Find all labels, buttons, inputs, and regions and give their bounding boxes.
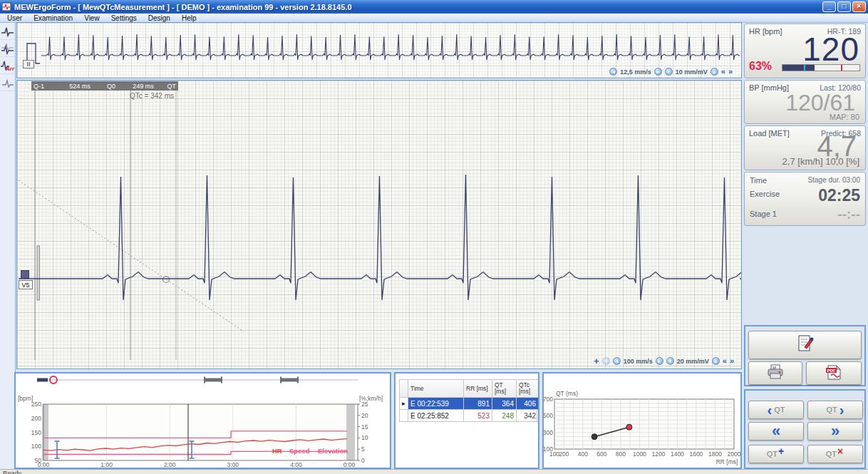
bp-value: 120/61 <box>785 91 855 114</box>
menu-item-view[interactable]: View <box>78 14 105 22</box>
add-marker-icon[interactable]: + <box>594 356 599 366</box>
pan-tool-icon[interactable]: ▼ <box>602 357 610 365</box>
chevron-right-icon: › <box>839 403 844 417</box>
svg-text:100: 100 <box>549 450 559 458</box>
beat-compare-icon[interactable] <box>0 40 15 57</box>
tool-icon[interactable] <box>0 74 15 91</box>
menu-item-user[interactable]: User <box>1 14 28 22</box>
svg-text:1600: 1600 <box>689 450 703 458</box>
beat-template-icon[interactable] <box>0 23 15 40</box>
menu-item-help[interactable]: Help <box>176 14 202 22</box>
svg-text:400: 400 <box>578 450 588 458</box>
time-title: Time <box>750 176 767 185</box>
speed-increase-button[interactable]: ► <box>656 357 663 365</box>
stage-duration: Stage dur. 03:00 <box>808 176 860 184</box>
bp-title: BP [mmHg] <box>749 83 789 92</box>
minimize-button[interactable]: _ <box>822 1 836 12</box>
page-left-icon[interactable]: « <box>723 357 727 365</box>
svg-text:0:00: 0:00 <box>38 461 50 468</box>
exercise-label: Exercise <box>750 190 780 198</box>
status-bar: Ready <box>0 469 868 474</box>
svg-text:0:00: 0:00 <box>343 461 356 468</box>
close-button[interactable]: × <box>852 1 866 12</box>
svg-text:300: 300 <box>544 429 553 436</box>
svg-text:[%;km/h]: [%;km/h] <box>359 395 383 402</box>
printer-icon: M <box>766 364 785 383</box>
edit-report-button[interactable] <box>748 331 862 359</box>
q1-label: Q-1 <box>31 83 53 90</box>
window-title: MEWErgoForm - [ MewQTcMeasurement ] - [ … <box>14 3 352 11</box>
trend-panel: 250200150100502520151050[bpm][%;km/h]0:0… <box>14 372 391 469</box>
menu-item-settings[interactable]: Settings <box>105 14 143 22</box>
load-title: Load [MET] <box>749 129 790 138</box>
rhythm-speed-label: 12,5 mm/s <box>620 68 651 76</box>
svg-text:[bpm]: [bpm] <box>18 395 33 402</box>
svg-text:1200: 1200 <box>651 450 665 458</box>
load-detail: 2,7 [km/h] 10,0 [%] <box>782 156 859 167</box>
stage-time: --:-- <box>837 207 860 222</box>
svg-text:200: 200 <box>31 415 41 422</box>
svg-text:1:00: 1:00 <box>100 461 113 468</box>
hr-panel: HR [bpm] HR-T: 189 120 63% <box>744 24 866 78</box>
double-chevron-right-icon: » <box>831 423 839 439</box>
left-toolbar: Arr <box>0 23 16 469</box>
hr-progress-bar <box>782 64 860 71</box>
gain-decrease-button[interactable]: ▼ <box>666 357 674 365</box>
scroll-right-icon[interactable]: » <box>728 68 733 76</box>
speed-decrease-button[interactable]: ◄ <box>609 68 617 76</box>
prev-qt-button[interactable]: ‹QT <box>748 401 804 419</box>
scroll-left-icon[interactable]: « <box>721 68 725 76</box>
title-bar: MEWErgoForm - [ MewQTcMeasurement ] - [ … <box>0 0 868 14</box>
export-pdf-button[interactable]: PDF <box>806 361 862 385</box>
qt-measure-header: Q-1 524 ms Q0 249 ms QT <box>31 81 178 91</box>
trend-chart[interactable]: 250200150100502520151050[bpm][%;km/h]0:0… <box>16 373 390 468</box>
qt-table-row[interactable]: E 02:25:852523248342 <box>399 410 537 422</box>
svg-text:Arr: Arr <box>5 66 15 72</box>
qt-table[interactable]: TimeRR [ms]QT [ms]QTc [ms]►E 00:22:53989… <box>399 379 537 422</box>
chevron-left-icon: ‹ <box>768 403 773 417</box>
page-right-icon[interactable]: » <box>730 357 734 365</box>
restore-button[interactable]: □ <box>837 1 851 12</box>
delete-qt-button[interactable]: QT× <box>807 445 863 463</box>
gain-increase-button[interactable]: ▲ <box>712 357 720 365</box>
qt-text: QT <box>826 450 837 458</box>
menu-item-examination[interactable]: Examination <box>28 14 78 22</box>
qt-label: QT <box>161 83 178 90</box>
speed-increase-button[interactable]: ► <box>654 68 662 76</box>
fast-next-button[interactable]: » <box>807 422 863 440</box>
print-button[interactable]: M <box>748 361 802 385</box>
svg-text:3:00: 3:00 <box>227 461 239 468</box>
svg-text:RR [ms]: RR [ms] <box>716 458 738 465</box>
main-lead-label: V5 <box>19 280 33 289</box>
qt-table-row[interactable]: ►E 00:22:539891364406 <box>399 398 537 410</box>
svg-text:0: 0 <box>361 457 365 464</box>
svg-text:800: 800 <box>616 450 626 458</box>
next-qt-button[interactable]: QT› <box>807 401 863 419</box>
fast-prev-button[interactable]: « <box>748 422 804 440</box>
add-qt-button[interactable]: QT+ <box>748 445 804 463</box>
svg-text:500: 500 <box>544 412 553 419</box>
qt-table-panel: TimeRR [ms]QT [ms]QTc [ms]►E 00:22:53989… <box>394 372 539 469</box>
svg-text:20: 20 <box>361 412 368 419</box>
svg-text:4:00: 4:00 <box>290 461 302 468</box>
gain-decrease-button[interactable]: ▼ <box>665 68 673 76</box>
speed-decrease-button[interactable]: ◄ <box>613 357 621 365</box>
app-icon <box>2 2 11 11</box>
main-ecg-controls: + ▼ ◄ 100 mm/s ► ▼ 20 mm/mV ▲ « » <box>594 356 734 366</box>
rhythm-gain-label: 10 mm/mV <box>676 68 708 76</box>
svg-text:1000: 1000 <box>633 450 646 458</box>
qt-rr-chart: 1003005007001002004006008001000120014001… <box>544 373 740 468</box>
delete-x-icon: × <box>837 446 843 456</box>
gain-increase-button[interactable]: ▲ <box>711 68 718 76</box>
hr-percent: 63% <box>749 60 772 73</box>
menu-item-design[interactable]: Design <box>143 14 176 22</box>
svg-text:1400: 1400 <box>671 450 684 458</box>
arrhythmia-icon[interactable]: Arr <box>0 57 15 74</box>
qt-text: QT <box>827 406 837 414</box>
lead-color-swatch <box>21 270 29 279</box>
q0-label: Q0 <box>107 83 125 90</box>
bp-map: MAP: 80 <box>830 113 859 121</box>
qt-text: QT <box>767 450 777 458</box>
main-gain-label: 20 mm/mV <box>677 358 709 365</box>
q1-value: 524 ms <box>53 83 107 90</box>
